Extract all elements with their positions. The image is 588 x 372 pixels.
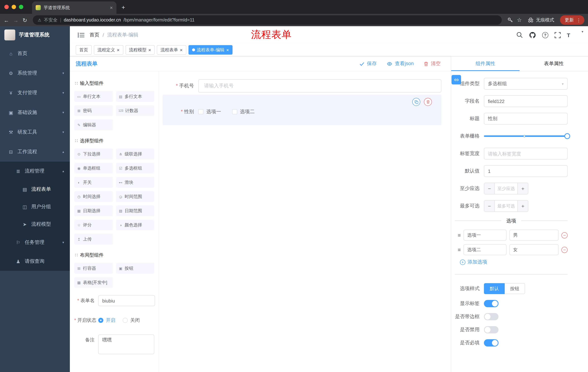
status-off-radio[interactable]: 关闭 [123,317,140,324]
search-icon[interactable] [516,32,523,38]
back-button[interactable] [4,17,9,23]
browser-tab[interactable]: 芋道管理系统 [32,1,116,14]
sidebar-item-leave-query[interactable]: ♟ 请假查询 [0,252,70,271]
tag-process-definition[interactable]: 流程定义 × [94,45,123,55]
hamburger-icon[interactable] [78,32,84,38]
decrease-button[interactable] [484,183,495,194]
component-row-container[interactable]: ⊞行容器 [74,263,113,274]
checkbox-box[interactable] [232,109,237,114]
component-button[interactable]: ▣按钮 [116,263,154,274]
status-on-radio[interactable]: 开启 [98,317,115,324]
style-default-button[interactable]: 默认 [484,283,505,294]
component-counter[interactable]: 123计数器 [116,105,154,116]
gender-option2-checkbox[interactable]: 选项二 [232,108,255,115]
min-select-value[interactable]: 至少应选 [495,183,517,194]
increase-button[interactable] [517,183,528,194]
add-option-button[interactable]: 添加选项 [460,259,568,265]
sidebar-item-payment[interactable]: ¥ 支付管理 ▾ [0,83,70,103]
tag-process-model[interactable]: 流程模型 × [125,45,155,55]
component-upload[interactable]: ↥上传 [74,234,113,244]
option1-label-input[interactable] [463,230,506,241]
sidebar-item-workflow[interactable]: ⊟ 工作流程 ▴ [0,142,70,162]
sidebar-item-user-group[interactable]: ◫ 用户分组 [0,198,70,215]
tab-form-props[interactable]: 表单属性 [520,56,588,71]
increase-button[interactable] [517,201,528,212]
gender-option1-checkbox[interactable]: 选项一 [198,108,221,115]
option1-value-input[interactable] [509,230,558,241]
github-icon[interactable] [529,32,536,38]
component-slider[interactable]: ⊷滑块 [116,177,154,188]
save-button[interactable]: 保存 [359,60,377,67]
tag-process-form[interactable]: 流程表单 × [157,45,186,55]
font-size-icon[interactable] [567,32,570,38]
browser-update-button[interactable]: 更新 [560,15,584,25]
component-dropdown[interactable]: ⊙下拉选择 [74,149,113,159]
new-tab-button[interactable] [122,4,125,11]
component-table[interactable]: ▩表格[开发中] [74,277,113,288]
phone-field-row[interactable]: 手机号 请输入手机号 [163,79,441,93]
grid-slider[interactable] [484,130,568,142]
tab-close-icon[interactable] [110,5,113,11]
component-single-line-text[interactable]: ▭单行文本 [74,91,113,102]
view-json-button[interactable]: 查看json [386,60,414,67]
tag-close-icon[interactable]: × [117,47,119,52]
component-checkbox-group[interactable]: ☑多选框组 [116,163,154,174]
form-remark-textarea[interactable]: 嘿嘿 [98,335,154,354]
tab-component-props[interactable]: 组件属性 [451,56,520,71]
component-date-picker[interactable]: ▦日期选择 [74,205,113,216]
slider-handle[interactable] [564,133,570,139]
component-time-range[interactable]: ◶时间范围 [116,191,154,202]
sidebar-item-dev-tools[interactable]: ⚒ 研发工具 ▾ [0,122,70,142]
password-key-icon[interactable] [507,17,513,23]
sidebar-item-infrastructure[interactable]: ▣ 基础设施 ▾ [0,103,70,122]
component-editor[interactable]: ✎编辑器 [74,119,113,130]
fullscreen-icon[interactable] [555,32,561,38]
component-rate[interactable]: ☆评分 [74,220,113,230]
breadcrumb-home[interactable]: 首页 [90,32,99,38]
copy-component-button[interactable] [412,98,420,106]
component-switch[interactable]: ◐开关 [74,177,113,188]
disabled-toggle[interactable] [484,326,498,333]
tag-close-icon[interactable]: × [148,47,151,52]
link-handle-button[interactable] [452,75,461,85]
incognito-profile-chip[interactable]: 无痕模式 [526,17,556,23]
sidebar-item-process-management[interactable]: ≣ 流程管理 ▴ [0,162,70,181]
clear-button[interactable]: 清空 [423,60,441,67]
component-color-picker[interactable]: ◑颜色选择 [116,220,154,230]
address-bar[interactable]: 不安全 | dashboard.yudao.iocoder.cn/bpm/man… [32,15,502,25]
avatar-caret-icon[interactable] [582,30,583,33]
label-width-input[interactable] [484,148,568,159]
forward-button[interactable] [13,17,19,23]
tag-process-form-edit[interactable]: 流程表单-编辑 × [189,45,233,55]
minimize-window-button[interactable] [12,5,16,9]
delete-component-button[interactable] [424,98,432,106]
option2-label-input[interactable] [463,244,506,255]
sidebar-item-process-model[interactable]: ➤ 流程模型 [0,215,70,233]
component-cascader[interactable]: ⋔级联选择 [116,149,154,159]
border-toggle[interactable] [484,313,498,320]
option2-value-input[interactable] [509,244,558,255]
component-multi-line-text[interactable]: ▤多行文本 [116,91,154,102]
remove-option-button[interactable] [561,232,568,238]
default-value-input[interactable] [484,165,568,177]
max-select-value[interactable]: 最多可选 [495,201,517,212]
drag-handle-icon[interactable] [458,232,461,238]
component-time-picker[interactable]: ◷时间选择 [74,191,113,202]
required-toggle[interactable] [484,339,498,347]
sidebar-item-system[interactable]: ⚙ 系统管理 ▾ [0,63,70,83]
component-date-range[interactable]: ▧日期范围 [116,205,154,216]
browser-menu-icon[interactable] [576,17,581,23]
sidebar-item-process-form[interactable]: ▤ 流程表单 [0,181,70,198]
help-icon[interactable] [542,32,548,38]
remove-option-button[interactable] [561,247,568,253]
reload-button[interactable] [22,17,27,23]
selected-component-gender[interactable]: 性别 选项一 选项二 [163,95,441,125]
title-input[interactable] [484,113,568,125]
show-label-toggle[interactable] [484,300,498,307]
decrease-button[interactable] [484,201,495,212]
tag-close-icon[interactable]: × [180,47,182,52]
form-name-input[interactable] [98,295,155,306]
drag-handle-icon[interactable] [458,247,461,253]
phone-input[interactable]: 请输入手机号 [198,79,441,93]
close-window-button[interactable] [4,5,9,9]
